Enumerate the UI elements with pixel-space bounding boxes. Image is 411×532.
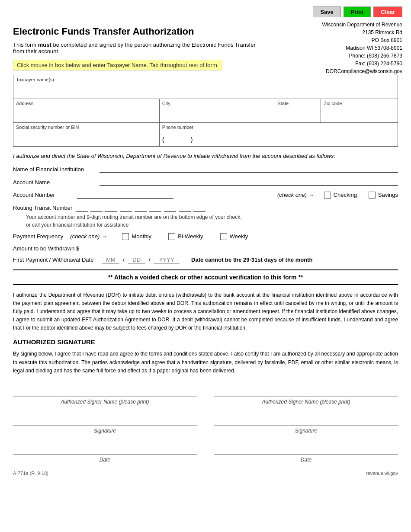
check-one-label: (check one) → xyxy=(277,192,314,198)
account-number-input[interactable] xyxy=(77,192,173,199)
date-warning: Date cannot be the 29-31st days of the m… xyxy=(191,256,312,263)
account-name-label: Account Name xyxy=(13,179,100,186)
city-input[interactable] xyxy=(162,112,272,121)
savings-label: Savings xyxy=(378,192,398,198)
taxpayer-name-input[interactable] xyxy=(16,88,395,97)
amount-input[interactable] xyxy=(83,245,169,252)
date-day-input[interactable] xyxy=(128,256,145,263)
first-payment-label: First Payment / Withdrawal Date xyxy=(13,256,93,263)
intro-paragraph: This form must be completed and signed b… xyxy=(13,42,264,54)
phone-number-input[interactable] xyxy=(193,137,262,143)
signer-name-label-2: Authorized Signer Name (please print) xyxy=(214,397,398,405)
routing-seg-2[interactable] xyxy=(90,205,103,212)
taxpayer-name-label: Taxpayer name(s) xyxy=(16,77,395,82)
authorization-intro: I authorize and direct the State of Wisc… xyxy=(13,152,398,160)
state-input[interactable] xyxy=(278,112,318,121)
checking-checkbox[interactable] xyxy=(324,192,331,199)
signer-name-label-1: Authorized Signer Name (please print) xyxy=(13,397,197,405)
website: revenue.wi.gov xyxy=(366,471,398,476)
address-input[interactable] xyxy=(16,112,157,121)
biweekly-checkbox[interactable] xyxy=(168,233,175,240)
weekly-checkbox[interactable] xyxy=(220,233,227,240)
biweekly-label: Bi-Weekly xyxy=(178,233,203,240)
routing-note: Your account number and 9-digit routing … xyxy=(26,213,398,229)
legal-text: I authorize the Department of Revenue (D… xyxy=(13,291,398,333)
weekly-label: Weekly xyxy=(230,233,248,240)
agency-address1: 2135 Rimrock Rd xyxy=(322,29,402,36)
routing-seg-9[interactable] xyxy=(193,205,206,212)
signature-label-2: Signature xyxy=(214,426,398,434)
routing-label: Routing Transit Number xyxy=(13,205,72,211)
monthly-label: Monthly xyxy=(132,233,151,240)
payment-freq-label: Payment Frequency xyxy=(13,233,63,240)
date-label-1: Date xyxy=(13,455,197,463)
date-slash-1: / xyxy=(123,256,125,263)
signature-label-1: Signature xyxy=(13,426,197,434)
date-label-2: Date xyxy=(214,455,398,463)
monthly-checkbox[interactable] xyxy=(122,233,129,240)
agency-name: Wisconsin Department of Revenue xyxy=(322,21,402,29)
routing-seg-6[interactable] xyxy=(149,205,161,212)
state-label: State xyxy=(278,101,318,106)
ssn-ein-input[interactable] xyxy=(16,136,157,144)
routing-seg-7[interactable] xyxy=(164,205,176,212)
agency-address3: Madison WI 53708-8901 xyxy=(322,44,402,52)
routing-seg-3[interactable] xyxy=(105,205,117,212)
city-label: City xyxy=(162,101,272,106)
agency-address2: PO Box 8901 xyxy=(322,36,402,44)
save-button[interactable]: Save xyxy=(313,6,340,17)
zip-input[interactable] xyxy=(324,112,395,121)
highlight-instruction: Click mouse in box below and enter Taxpa… xyxy=(13,60,222,71)
routing-seg-8[interactable] xyxy=(179,205,191,212)
agency-phone: Phone: (608) 266-7879 xyxy=(322,52,402,60)
fi-name-input[interactable] xyxy=(100,166,398,173)
account-number-label: Account Number xyxy=(13,192,74,198)
print-button[interactable]: Print xyxy=(344,6,371,17)
agency-info: Wisconsin Department of Revenue 2135 Rim… xyxy=(322,21,402,75)
date-slash-2: / xyxy=(149,256,151,263)
fi-label: Name of Financial Institution xyxy=(13,166,100,173)
phone-label: Phone number xyxy=(162,125,395,130)
date-month-input[interactable] xyxy=(102,256,119,263)
agency-fax: Fax: (608) 224-5790 xyxy=(322,60,402,67)
savings-checkbox[interactable] xyxy=(369,192,376,199)
zip-label: Zip code xyxy=(324,101,395,106)
account-name-input[interactable] xyxy=(100,179,398,186)
payment-check-one-label: (check one) → xyxy=(70,233,107,240)
agency-email: DORCompliance@wisconsin.gov xyxy=(322,67,402,75)
amount-label: Amount to be Withdrawn $ xyxy=(13,245,79,252)
form-number: A-771a (R. 9-18) xyxy=(13,471,48,476)
date-year-input[interactable] xyxy=(154,256,180,263)
address-label: Address xyxy=(16,101,157,106)
auth-sig-title: AUTHORIZED SIGNATURE xyxy=(13,338,398,346)
ssn-ein-label: Social security number or EIN xyxy=(16,125,157,130)
checking-label: Checking xyxy=(334,192,357,198)
routing-seg-4[interactable] xyxy=(120,205,132,212)
auth-sig-text: By signing below, I agree that I have re… xyxy=(13,350,398,375)
attach-section: ** Attach a voided check or other accoun… xyxy=(13,269,398,285)
routing-seg-5[interactable] xyxy=(135,205,147,212)
phone-area-input[interactable] xyxy=(164,137,190,143)
routing-seg-1[interactable] xyxy=(76,205,88,212)
clear-button[interactable]: Clear xyxy=(373,6,402,17)
